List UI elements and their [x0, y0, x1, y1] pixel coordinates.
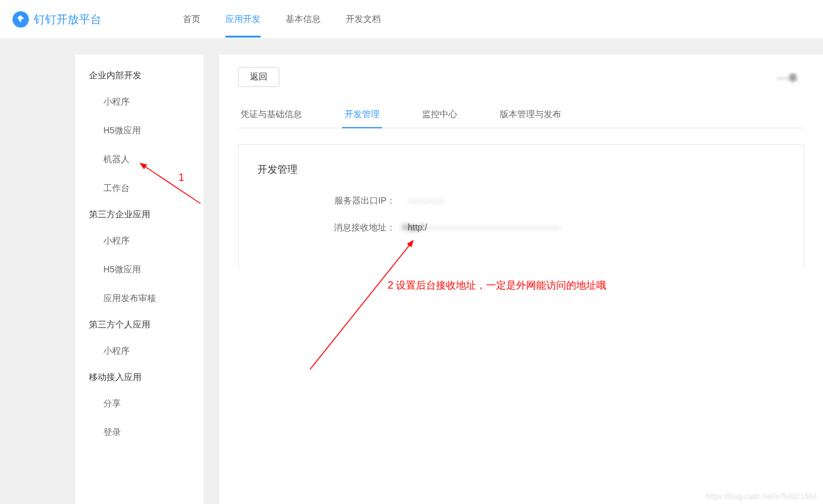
sidebar-item-publish-review[interactable]: 应用发布审核: [75, 284, 204, 313]
panel-title: 开发管理: [257, 163, 785, 177]
nav-basic-info[interactable]: 基本信息: [286, 1, 321, 38]
brand-text: 钉钉开放平台: [34, 12, 101, 27]
sidebar-group-thirdparty-personal: 第三方个人应用: [75, 313, 204, 337]
sidebar-item-login[interactable]: 登录: [75, 418, 204, 447]
top-header: 钉钉开放平台 首页 应用开发 基本信息 开发文档: [0, 0, 823, 39]
brand-logo[interactable]: 钉钉开放平台: [13, 11, 101, 28]
sidebar-item-miniapp-1[interactable]: 小程序: [75, 88, 204, 116]
sidebar-item-h5-1[interactable]: H5微应用: [75, 116, 204, 145]
top-nav: 首页 应用开发 基本信息 开发文档: [183, 1, 381, 38]
receive-url-label: 消息接收地址：: [320, 222, 395, 234]
sidebar-group-thirdparty-ent: 第三方企业应用: [75, 203, 204, 227]
sidebar-item-h5-2[interactable]: H5微应用: [75, 255, 204, 284]
tab-dev-manage[interactable]: 开发管理: [342, 103, 382, 128]
server-ip-label: 服务器出口IP：: [320, 195, 395, 207]
dev-manage-panel: 开发管理 服务器出口IP： ···.···.···.··· 消息接收地址： ht…: [238, 144, 804, 268]
back-button[interactable]: 返回: [238, 67, 279, 87]
field-server-ip: 服务器出口IP： ···.···.···.···: [320, 195, 785, 207]
watermark: https://blog.csdn.net/a754921384: [706, 492, 817, 501]
server-ip-value: ···.···.···.···: [408, 195, 444, 205]
receive-url-value: http:/http://···························…: [408, 222, 561, 232]
sidebar-item-robot[interactable]: 机器人: [75, 145, 204, 174]
tab-version[interactable]: 版本管理与发布: [497, 103, 564, 128]
sidebar-group-mobile: 移动接入应用: [75, 366, 204, 389]
field-receive-url: 消息接收地址： http:/http://···················…: [320, 222, 785, 234]
body-layout: 企业内部开发 小程序 H5微应用 机器人 工作台 第三方企业应用 小程序 H5微…: [0, 39, 823, 504]
sidebar-item-miniapp-3[interactable]: 小程序: [75, 337, 204, 366]
app-name-label: ····单: [777, 72, 798, 85]
sidebar-item-workbench[interactable]: 工作台: [75, 174, 204, 203]
dingtalk-icon: [13, 11, 29, 28]
nav-home[interactable]: 首页: [183, 1, 200, 38]
nav-app-dev[interactable]: 应用开发: [225, 1, 261, 38]
sidebar: 企业内部开发 小程序 H5微应用 机器人 工作台 第三方企业应用 小程序 H5微…: [75, 54, 204, 504]
tab-credentials[interactable]: 凭证与基础信息: [238, 103, 304, 128]
sidebar-item-share[interactable]: 分享: [75, 389, 204, 418]
sidebar-group-internal: 企业内部开发: [75, 64, 204, 88]
sidebar-item-miniapp-2[interactable]: 小程序: [75, 227, 204, 255]
tab-monitor[interactable]: 监控中心: [420, 103, 460, 128]
sub-tabs: 凭证与基础信息 开发管理 监控中心 版本管理与发布: [238, 103, 804, 128]
nav-dev-docs[interactable]: 开发文档: [346, 1, 381, 38]
main-content: 返回 ····单 凭证与基础信息 开发管理 监控中心 版本管理与发布 开发管理 …: [219, 54, 823, 504]
